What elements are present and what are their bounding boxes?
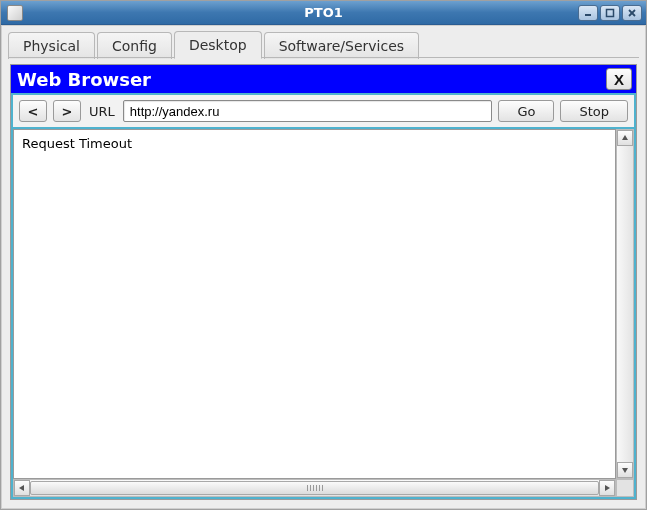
- titlebar[interactable]: PTO1: [1, 1, 646, 25]
- minimize-icon: [583, 8, 593, 18]
- browser-viewport-wrap: Request Timeout: [13, 129, 634, 497]
- app-icon: [7, 5, 23, 21]
- tab-desktop[interactable]: Desktop: [174, 31, 262, 59]
- go-button[interactable]: Go: [498, 100, 554, 122]
- maximize-icon: [605, 8, 615, 18]
- svg-marker-7: [605, 485, 610, 491]
- svg-marker-6: [19, 485, 24, 491]
- vertical-scrollbar[interactable]: [616, 129, 634, 479]
- scroll-left-button[interactable]: [14, 480, 30, 496]
- application-window: PTO1 Physical Config Desktop Software/Se…: [0, 0, 647, 510]
- scroll-up-button[interactable]: [617, 130, 633, 146]
- window-controls: [578, 5, 646, 21]
- close-icon: [627, 8, 637, 18]
- browser-viewport: Request Timeout: [13, 129, 616, 479]
- svg-marker-5: [622, 468, 628, 473]
- maximize-button[interactable]: [600, 5, 620, 21]
- back-button[interactable]: <: [19, 100, 47, 122]
- svg-rect-1: [607, 9, 614, 16]
- chevron-left-icon: [18, 484, 26, 492]
- browser-panel-title: Web Browser: [17, 69, 151, 90]
- scroll-corner: [616, 479, 634, 497]
- horizontal-scrollbar[interactable]: [13, 479, 616, 497]
- tab-bar: Physical Config Desktop Software/Service…: [2, 26, 645, 58]
- page-content-text: Request Timeout: [22, 136, 132, 151]
- chevron-right-icon: [603, 484, 611, 492]
- horizontal-scroll-thumb[interactable]: [30, 481, 599, 495]
- desktop-tab-content: Web Browser X < > URL Go Stop Request Ti…: [10, 64, 637, 500]
- grip-icon: [307, 485, 323, 491]
- scroll-down-button[interactable]: [617, 462, 633, 478]
- browser-toolbar: < > URL Go Stop: [13, 95, 634, 127]
- vertical-scroll-track[interactable]: [617, 146, 633, 462]
- svg-marker-4: [622, 135, 628, 140]
- browser-panel-header: Web Browser X: [11, 65, 636, 93]
- chevron-down-icon: [621, 466, 629, 474]
- tab-physical[interactable]: Physical: [8, 32, 95, 59]
- minimize-button[interactable]: [578, 5, 598, 21]
- stop-button[interactable]: Stop: [560, 100, 628, 122]
- close-window-button[interactable]: [622, 5, 642, 21]
- window-title: PTO1: [1, 5, 646, 20]
- forward-button[interactable]: >: [53, 100, 81, 122]
- window-body: Physical Config Desktop Software/Service…: [1, 25, 646, 509]
- tab-software-services[interactable]: Software/Services: [264, 32, 419, 59]
- close-panel-button[interactable]: X: [606, 68, 632, 90]
- tab-config[interactable]: Config: [97, 32, 172, 59]
- horizontal-scroll-track[interactable]: [30, 480, 599, 496]
- url-input[interactable]: [123, 100, 493, 122]
- chevron-up-icon: [621, 134, 629, 142]
- url-label: URL: [87, 104, 117, 119]
- scroll-right-button[interactable]: [599, 480, 615, 496]
